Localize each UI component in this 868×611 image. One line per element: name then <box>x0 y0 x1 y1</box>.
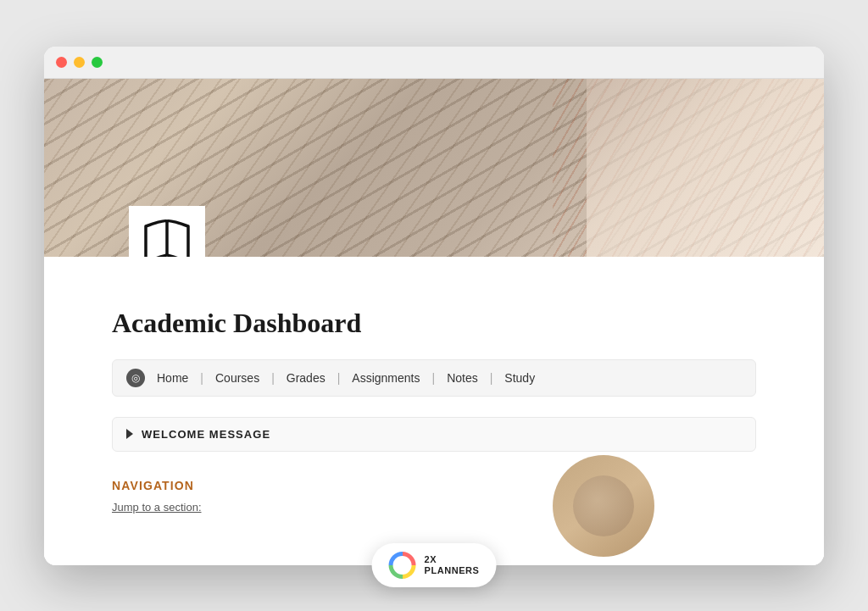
welcome-section-block[interactable]: WELCOME MESSAGE <box>112 417 756 452</box>
page-title: Academic Dashboard <box>112 308 756 339</box>
nav-separator-2: | <box>271 371 275 385</box>
hero-banner <box>44 79 824 257</box>
page-content: Academic Dashboard Home | Courses | Grad… <box>44 79 824 565</box>
nav-bar: Home | Courses | Grades | Assignments | … <box>112 359 756 397</box>
book-icon <box>129 206 205 257</box>
nav-section-link-1[interactable]: Jump to a section: <box>112 501 202 514</box>
welcome-section-title: WELCOME MESSAGE <box>142 428 270 441</box>
navigation-section-items: Jump to a section: <box>112 501 202 514</box>
brand-logo-inner <box>393 556 412 575</box>
brand-badge: 2X PLANNERS <box>372 543 497 587</box>
maximize-button[interactable] <box>92 57 103 68</box>
nav-item-courses[interactable]: Courses <box>212 369 263 386</box>
brand-text: 2X PLANNERS <box>425 554 480 576</box>
book-icon-container <box>129 206 205 257</box>
compass-icon <box>126 369 145 387</box>
brand-name-bottom: PLANNERS <box>425 565 480 576</box>
avatar-image <box>553 455 654 557</box>
nav-item-study[interactable]: Study <box>501 369 538 386</box>
main-content: Academic Dashboard Home | Courses | Grad… <box>44 257 824 565</box>
brand-name-top: 2X <box>425 554 480 565</box>
browser-window: Academic Dashboard Home | Courses | Grad… <box>44 47 824 565</box>
nav-item-notes[interactable]: Notes <box>443 369 481 386</box>
navigation-section: NAVIGATION Jump to a section: <box>112 479 202 540</box>
nav-separator-1: | <box>200 371 203 385</box>
book-svg <box>137 214 197 257</box>
browser-titlebar <box>44 47 824 79</box>
minimize-button[interactable] <box>74 57 85 68</box>
nav-separator-4: | <box>432 371 436 385</box>
nav-separator-3: | <box>337 371 341 385</box>
navigation-section-title: NAVIGATION <box>112 479 202 492</box>
nav-separator-5: | <box>490 371 493 385</box>
nav-item-grades[interactable]: Grades <box>283 369 329 386</box>
bottom-section-row: NAVIGATION Jump to a section: <box>112 472 756 540</box>
nav-item-home[interactable]: Home <box>153 369 192 386</box>
hero-accent <box>553 79 824 257</box>
close-button[interactable] <box>56 57 67 68</box>
brand-logo-ring <box>389 552 416 579</box>
nav-item-assignments[interactable]: Assignments <box>348 369 423 386</box>
expand-triangle-icon <box>126 429 133 439</box>
